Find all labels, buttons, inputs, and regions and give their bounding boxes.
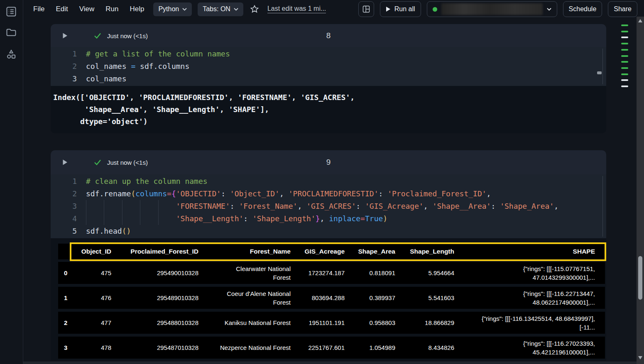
scroll-up-arrow-icon[interactable]	[638, 19, 642, 22]
code-token	[86, 213, 176, 225]
minimap-cell-marker-success[interactable]	[621, 55, 628, 57]
table-cell: 0.818091	[345, 269, 395, 277]
code-token: 'Shape__Length'	[176, 214, 244, 223]
minimap-cell-marker-success[interactable]	[621, 43, 628, 44]
table-row: 0475295490010328Clearwater National Fore…	[58, 262, 605, 284]
table-cell: 478	[71, 343, 111, 352]
menu-help[interactable]: Help	[130, 5, 144, 13]
table-cell: 475	[71, 269, 111, 277]
run-all-button[interactable]: Run all	[380, 1, 421, 17]
last-edit-link[interactable]: Last edit was 1 mi...	[267, 5, 326, 13]
table-cell: 476	[71, 293, 111, 302]
table-of-contents-icon[interactable]	[5, 6, 17, 17]
code-token: ,	[487, 189, 491, 198]
dataframe-output: Object_IDProclaimed_Forest_IDForest_Name…	[51, 238, 606, 361]
line-number: 5	[51, 225, 86, 237]
page-scrollbar-thumb[interactable]	[638, 256, 642, 300]
minimap-cell-marker-success[interactable]	[621, 67, 628, 69]
menu-run[interactable]: Run	[105, 5, 118, 13]
table-cell: 295487010328	[111, 343, 198, 352]
schedule-button[interactable]: Schedule	[563, 1, 602, 17]
environment-selector[interactable]	[427, 1, 557, 17]
menu-edit[interactable]: Edit	[56, 5, 68, 13]
code-token: sdf.columns	[135, 62, 189, 71]
kernel-selector[interactable]: Python	[153, 2, 192, 16]
run-all-label: Run all	[394, 5, 415, 13]
code-token: ,	[297, 202, 306, 210]
code-token: 'GIS_Acreage'	[365, 202, 424, 210]
cell-number: 9	[51, 158, 606, 167]
minimap-cell-marker-idle[interactable]	[621, 86, 628, 87]
table-header-row: Object_IDProclaimed_Forest_IDForest_Name…	[58, 244, 605, 259]
code-token: 'Shape__Area'	[433, 202, 491, 210]
code-line[interactable]: 2col_names = sdf.columns	[51, 60, 606, 73]
code-line[interactable]: 2sdf.rename(columns={'OBJECTID': 'Object…	[51, 188, 606, 200]
menu-view[interactable]: View	[79, 5, 95, 13]
table-row: 2477295488010328Kaniksu National Forest1…	[58, 312, 605, 334]
tabs-toggle[interactable]: Tabs: ON	[198, 2, 243, 16]
chevron-down-icon	[234, 8, 238, 11]
table-cell: 477	[71, 318, 111, 327]
code-token: 'Shape_Area'	[500, 202, 554, 210]
code-line[interactable]: 3col_names	[51, 73, 606, 85]
editor-scrollbar-track[interactable]	[602, 176, 603, 237]
code-line[interactable]: 1# clean up the column names	[51, 175, 606, 188]
code-line[interactable]: 4 'Shape__Length': 'Shape_Length'}, inpl…	[51, 213, 606, 225]
column-header: SHAPE	[454, 248, 600, 255]
line-number: 2	[51, 60, 86, 73]
minimap-cell-marker-success[interactable]	[621, 61, 628, 63]
code-token: {	[171, 189, 176, 198]
cell-header: Just now (<1s) 9	[51, 150, 606, 174]
schedule-label: Schedule	[569, 5, 597, 13]
layout-panels-button[interactable]	[358, 1, 374, 17]
horizontal-scrollbar-track[interactable]	[23, 362, 637, 364]
code-cell-8: Just now (<1s) 8 1# get a list of the co…	[51, 24, 606, 133]
column-header: Proclaimed_Forest_ID	[111, 248, 198, 255]
table-cell: {"rings": [[[-116.27023393, 45.421219610…	[454, 339, 600, 357]
favorite-star-icon[interactable]	[250, 5, 259, 14]
code-line[interactable]: 5sdf.head()	[51, 225, 606, 237]
table-cell: 1.054989	[345, 343, 395, 352]
code-token: inplace	[329, 214, 360, 223]
row-index: 1	[58, 293, 71, 302]
kernel-label: Python	[158, 5, 179, 13]
chevron-down-icon	[547, 8, 551, 11]
code-editor[interactable]: 1# get a list of the column names2col_na…	[51, 47, 606, 86]
code-token: ()	[122, 227, 131, 235]
files-folder-icon[interactable]	[5, 26, 17, 38]
menu-file[interactable]: File	[33, 5, 44, 13]
integrations-shapes-icon[interactable]	[5, 49, 17, 60]
code-line[interactable]: 1# get a list of the column names	[51, 48, 606, 60]
table-cell: Nezperce National Forest	[198, 343, 291, 352]
code-token: # get a list of the column names	[86, 49, 230, 58]
environment-name-redacted	[441, 3, 543, 15]
table-cell: 0.389937	[345, 293, 395, 302]
line-number: 1	[51, 175, 86, 188]
editor-scrollbar-track[interactable]	[602, 49, 603, 84]
minimap-cell-marker-success[interactable]	[621, 49, 628, 51]
row-index: 2	[58, 318, 71, 327]
code-token: 'FORESTNAME'	[176, 202, 230, 210]
minimap-cell-marker-success[interactable]	[621, 73, 628, 75]
minimap-cell-marker-idle[interactable]	[621, 37, 628, 38]
line-number: 1	[51, 48, 86, 60]
code-token: }	[316, 214, 320, 223]
line-number: 4	[51, 213, 86, 225]
table-cell: 0.958803	[345, 318, 395, 327]
minimap-cell-marker-idle[interactable]	[621, 79, 628, 81]
column-header: Shape_Area	[345, 248, 395, 255]
table-cell: 295489010328	[111, 293, 198, 302]
code-token: :	[243, 214, 252, 223]
minimap-cell-marker-success[interactable]	[621, 24, 628, 26]
code-token: # clean up the column names	[86, 177, 208, 186]
scroll-down-arrow-icon[interactable]	[638, 356, 642, 359]
code-token: :	[356, 202, 365, 210]
code-editor[interactable]: 1# clean up the column names2sdf.rename(…	[51, 174, 606, 238]
table-row: 1476295489010328Coeur d'Alene National F…	[58, 287, 605, 309]
editor-scrollbar-thumb[interactable]	[597, 71, 602, 74]
table-cell: 18.866829	[395, 318, 454, 327]
code-line[interactable]: 3 'FORESTNAME': 'Forest_Name', 'GIS_ACRE…	[51, 200, 606, 213]
code-token: 'Forest_Name'	[239, 202, 297, 210]
minimap-cell-marker-success[interactable]	[621, 31, 628, 32]
page-scrollbar-track[interactable]	[637, 17, 644, 364]
